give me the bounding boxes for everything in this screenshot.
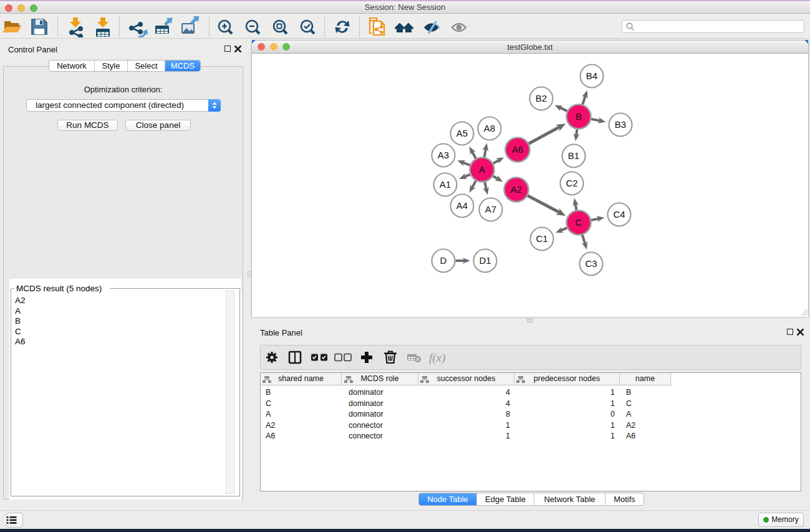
svg-text:A8: A8 — [484, 123, 495, 133]
svg-text:A2: A2 — [511, 184, 522, 195]
svg-text:B4: B4 — [586, 70, 597, 81]
svg-text:B1: B1 — [568, 150, 579, 161]
svg-text:B2: B2 — [536, 93, 547, 104]
svg-text:B: B — [576, 111, 582, 122]
svg-text:D: D — [440, 255, 447, 266]
svg-text:A: A — [479, 164, 485, 175]
svg-text:A6: A6 — [512, 144, 523, 155]
svg-text:A1: A1 — [440, 179, 451, 190]
svg-text:B3: B3 — [615, 119, 626, 130]
svg-text:A3: A3 — [438, 150, 449, 160]
svg-text:f(x): f(x) — [429, 351, 445, 365]
svg-text:C3: C3 — [585, 258, 597, 269]
svg-text:C1: C1 — [536, 233, 547, 244]
svg-text:A4: A4 — [456, 200, 468, 211]
svg-text:C2: C2 — [566, 178, 577, 188]
svg-text:A5: A5 — [456, 128, 468, 138]
svg-text:A7: A7 — [485, 204, 496, 215]
svg-text:C4: C4 — [613, 209, 625, 220]
svg-text:C: C — [576, 217, 582, 228]
svg-text:D1: D1 — [479, 255, 491, 266]
